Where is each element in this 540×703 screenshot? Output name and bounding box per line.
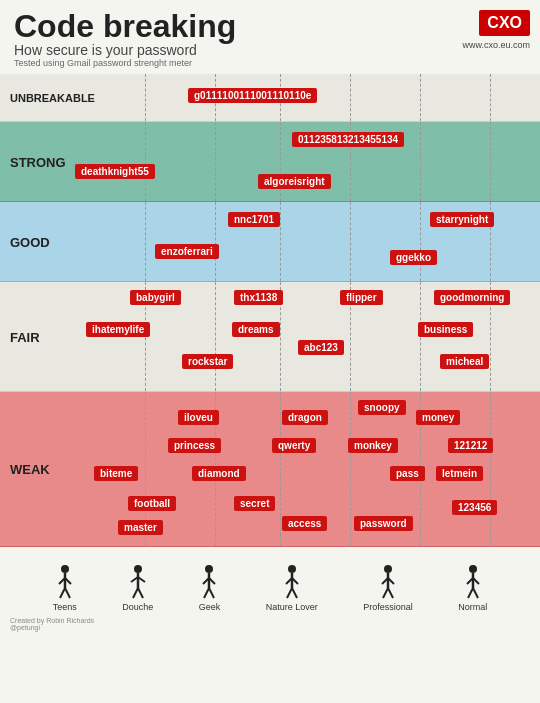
- label-good: GOOD: [10, 234, 50, 249]
- page-title: Code breaking: [14, 10, 526, 42]
- footer-section: Teens Douche Geek: [0, 547, 540, 637]
- tag-letmein: letmein: [436, 466, 483, 481]
- tag-abc123: abc123: [298, 340, 344, 355]
- tag-dreams: dreams: [232, 322, 280, 337]
- svg-point-0: [61, 565, 69, 573]
- vline-4: [350, 202, 351, 281]
- tag-master: master: [118, 520, 163, 535]
- svg-point-30: [469, 565, 477, 573]
- tag-snoopy: snoopy: [358, 400, 406, 415]
- cxo-logo: CXO: [479, 10, 530, 36]
- vline-3: [280, 122, 281, 201]
- person-douche-icon: [129, 564, 147, 600]
- vline-5: [420, 122, 421, 201]
- svg-line-28: [383, 588, 388, 598]
- tag-rockstar: rockstar: [182, 354, 233, 369]
- tag-123456: 123456: [452, 500, 497, 515]
- tag-qwerty: qwerty: [272, 438, 316, 453]
- vline-3: [280, 392, 281, 546]
- person-normal-icon: [464, 564, 482, 600]
- vline-5: [420, 202, 421, 281]
- tag-enzoferrari: enzoferrari: [155, 244, 219, 259]
- tag-deathknight55: deathknight55: [75, 164, 155, 179]
- chart-area: UNBREAKABLE g0111100111001110110e STRONG…: [0, 74, 540, 547]
- band-good: GOOD nnc1701 starrynight enzoferrari gge…: [0, 202, 540, 282]
- tag-ggekko: ggekko: [390, 250, 437, 265]
- tag-football: football: [128, 496, 176, 511]
- tag-diamond: diamond: [192, 466, 246, 481]
- tag-money: money: [416, 410, 460, 425]
- vline-4: [350, 74, 351, 121]
- footer-icon-douche: Douche: [122, 564, 153, 612]
- tag-algoreisright: algoreisright: [258, 174, 331, 189]
- svg-line-35: [473, 588, 478, 598]
- footer-icon-naturelover: Nature Lover: [266, 564, 318, 612]
- tag-iloveu: iloveu: [178, 410, 219, 425]
- person-teens-icon: [56, 564, 74, 600]
- tag-monkey: monkey: [348, 438, 398, 453]
- label-strong: STRONG: [10, 154, 66, 169]
- svg-line-17: [209, 588, 214, 598]
- vline-3: [280, 202, 281, 281]
- header-section: Code breaking How secure is your passwor…: [0, 0, 540, 74]
- vline-5: [420, 74, 421, 121]
- footer-label-naturelover: Nature Lover: [266, 602, 318, 612]
- vline-2: [215, 202, 216, 281]
- svg-line-29: [388, 588, 393, 598]
- vline-6: [490, 392, 491, 546]
- vline-6: [490, 74, 491, 121]
- person-naturelover-icon: [283, 564, 301, 600]
- tag-g01111: g0111100111001110110e: [188, 88, 317, 103]
- band-fair: FAIR babygirl thx1138 flipper goodmornin…: [0, 282, 540, 392]
- footer-icon-geek: Geek: [199, 564, 221, 612]
- tag-micheal: micheal: [440, 354, 489, 369]
- band-unbreakable: UNBREAKABLE g0111100111001110110e: [0, 74, 540, 122]
- svg-line-22: [287, 588, 292, 598]
- vline-6: [490, 122, 491, 201]
- band-weak: WEAK snoopy iloveu dragon money princess…: [0, 392, 540, 547]
- label-unbreakable: UNBREAKABLE: [10, 92, 95, 104]
- tag-nnc1701: nnc1701: [228, 212, 280, 227]
- vline-1: [145, 74, 146, 121]
- tag-flipper: flipper: [340, 290, 383, 305]
- tag-access: access: [282, 516, 327, 531]
- footer-label-teens: Teens: [53, 602, 77, 612]
- tag-dragon: dragon: [282, 410, 328, 425]
- footer-icon-teens: Teens: [53, 564, 77, 612]
- tag-biteme: biteme: [94, 466, 138, 481]
- vline-1: [145, 202, 146, 281]
- footer-label-douche: Douche: [122, 602, 153, 612]
- tag-starrynight: starrynight: [430, 212, 494, 227]
- footer-icon-normal: Normal: [458, 564, 487, 612]
- person-geek-icon: [200, 564, 218, 600]
- tag-goodmorning: goodmorning: [434, 290, 510, 305]
- vline-2: [215, 122, 216, 201]
- svg-line-16: [204, 588, 209, 598]
- tag-princess: princess: [168, 438, 221, 453]
- svg-line-4: [60, 588, 65, 598]
- tag-business: business: [418, 322, 473, 337]
- vline-1: [145, 122, 146, 201]
- credit-line: Tested using Gmail password strenght met…: [14, 58, 526, 68]
- tag-ihatemylife: ihatemylife: [86, 322, 150, 337]
- tag-babygirl: babygirl: [130, 290, 181, 305]
- footer-credit: Created by Robin Richards@petungi: [0, 617, 540, 631]
- footer-label-geek: Geek: [199, 602, 221, 612]
- footer-label-professional: Professional: [363, 602, 413, 612]
- tag-121212: 121212: [448, 438, 493, 453]
- tag-secret: secret: [234, 496, 275, 511]
- svg-line-5: [65, 588, 70, 598]
- page-subtitle: How secure is your password: [14, 42, 526, 58]
- vline-2: [215, 282, 216, 391]
- tag-pass: pass: [390, 466, 425, 481]
- tag-password: password: [354, 516, 413, 531]
- svg-line-11: [138, 588, 143, 598]
- tag-011235: 011235813213455134: [292, 132, 404, 147]
- person-professional-icon: [379, 564, 397, 600]
- band-strong: STRONG 011235813213455134 deathknight55 …: [0, 122, 540, 202]
- svg-point-6: [134, 565, 142, 573]
- label-fair: FAIR: [10, 329, 40, 344]
- footer-label-normal: Normal: [458, 602, 487, 612]
- svg-point-24: [384, 565, 392, 573]
- svg-line-10: [133, 588, 138, 598]
